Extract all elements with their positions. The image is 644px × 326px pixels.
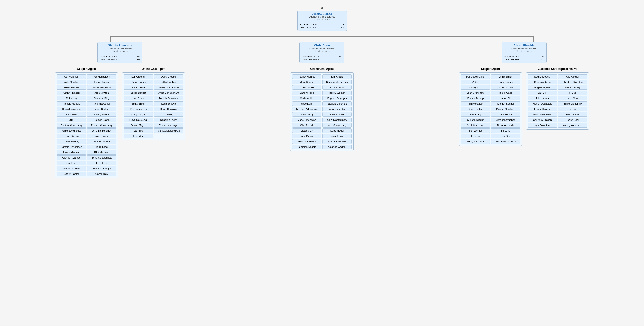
emp-blaire-cr: Blaire Crenshaw: [558, 101, 587, 106]
alison-groups: Support Agent Penelope Parker Ai Su Case…: [459, 67, 589, 146]
emp-john-c: John Crenshaw: [461, 91, 490, 95]
emp-josh: Josh Newton: [87, 91, 116, 95]
drop-center: [322, 36, 322, 42]
emp-courtney: Courtney Brogan: [528, 118, 557, 122]
root-name: Jessica Brando: [300, 12, 344, 15]
chris-section: Chris Dunn Call Center Supervisor Client…: [290, 42, 354, 151]
support-col2: Pat Mendelson Felicia Fraser Susan Fergu…: [87, 74, 116, 176]
emp-jim: Jim: [57, 118, 86, 122]
emp-ana: Ana Spiridonova: [322, 139, 352, 144]
emp-pamela-h: Pamela Henderson: [57, 145, 86, 149]
emp-darian: Darian Mayer: [124, 123, 153, 127]
chris-col2: Tom Chang Kaushik Mangrulkar Eliott Conk…: [322, 74, 352, 149]
emp-cathy: Cathy Plunkett: [57, 91, 86, 95]
emp-pat-k: Pat Kerler: [57, 112, 86, 117]
emp-christine-s: Christine Stockton: [558, 80, 587, 84]
emp-isaac-m: Isaac Meyler: [322, 128, 352, 133]
vert-line-root: [322, 31, 322, 36]
emp-anna-c: Anna Cunningham: [154, 91, 183, 95]
emp-gary-f: Gary Feeney: [491, 80, 520, 84]
chat-col1-glenda: Lori Greener Dana Farman Raj Chheda Jaco…: [124, 74, 153, 138]
emp-kaushik: Kaushik Mangrulkar: [322, 80, 352, 84]
chat-col2-glenda: Abby Greene Blythe Feinberg Valery Sudzi…: [154, 74, 183, 138]
emp-lori-g: Lori Greener: [124, 74, 153, 79]
h-line-row: [4, 36, 640, 37]
emp-kris: Kris Kendall: [558, 74, 587, 79]
customer-care-group: Customer Care Representative Ned McDouga…: [526, 67, 589, 130]
alison-vline: [524, 63, 524, 67]
care-col2: Kris Kendall Christine Stockton William …: [558, 74, 587, 127]
chris-vline: [322, 63, 322, 67]
emp-anne-bi: Anne Bi: [491, 96, 520, 100]
emp-felicia: Felicia Fraser: [87, 80, 116, 84]
emp-raj: Raj Chheda: [124, 85, 153, 90]
emp-ren: Ren Kong: [461, 112, 490, 117]
emp-dawn: Dawn Campion: [154, 107, 183, 111]
emp-jason: Jason Mendelson: [528, 112, 557, 117]
chris-card: Chris Dunn Call Center Supervisor Client…: [299, 42, 344, 63]
emp-anatoly: Anatoly Bessonov: [154, 96, 183, 100]
emp-manish-m: Manish Merchant: [491, 107, 520, 111]
emp-william: William Finley: [558, 85, 587, 90]
triangle-icon: [320, 7, 324, 9]
emp-rashmi-s: Rashmi Shah: [322, 112, 352, 117]
emp-rui: Rui Meng: [57, 96, 86, 100]
online-chat-group-glenda: Online Chat Agent Lori Greener Dana Farm…: [122, 67, 185, 140]
emp-mary-g: Mary Greene: [292, 80, 322, 84]
org-chart: Jessica Brando Director of Client Servic…: [0, 0, 644, 185]
glenda-name: Glenda Frampton: [100, 44, 140, 47]
emp-cameron: Cameron Rogers: [292, 145, 322, 149]
emp-clair: Clair Patrick: [292, 123, 322, 127]
emp-becky: Becky Werner: [322, 91, 352, 95]
glenda-dept: Client Services: [100, 50, 140, 52]
emp-smita-s: Smita Shroff: [124, 101, 153, 106]
glenda-card: Glenda Frampton Call Center Supervisor C…: [98, 42, 142, 63]
emp-ned-mc: Ned McDougal: [87, 101, 116, 106]
root-connector: [4, 31, 640, 36]
emp-rashmi-c: Rashmi Chaudhary: [87, 123, 116, 127]
root-card: Jessica Brando Director of Client Servic…: [297, 11, 347, 31]
emp-pat-m: Pat Mendelson: [87, 74, 116, 79]
emp-gautam: Gautam Chaudhary: [57, 123, 86, 127]
emp-carla-w: Carla Weller: [292, 96, 322, 100]
alison-support-col1: Penelope Parker Ai Su Casey Cox John Cre…: [461, 74, 490, 144]
emp-lori-b: Lori Black: [124, 96, 153, 100]
emp-larry: Larry Knight: [57, 161, 86, 165]
alison-stats: Span Of Control:20 Total Headcount:21: [504, 54, 544, 61]
emp-valery: Valery Sudzilouski: [154, 85, 183, 90]
emp-maria-t: Maria Timasheva: [292, 118, 322, 122]
chris-col1: Patrick Monroe Mary Greene Chris Cruise …: [292, 74, 322, 149]
alison-dept: Client Services: [504, 50, 544, 52]
emp-gary-finley: Gary Finley: [87, 172, 116, 176]
chris-name: Chris Dunn: [302, 44, 342, 47]
glenda-groups: Support Agent Jeet Merchant Smita Mercha…: [55, 67, 185, 178]
online-chat-group-chris: Online Chat Agent Patrick Monroe Mary Gr…: [290, 67, 354, 151]
emp-amanda-w: Amanda Wagner: [322, 145, 352, 149]
emp-eileen: Eileen Ferrera: [57, 85, 86, 90]
emp-francis-g: Francis Gorman: [57, 150, 86, 155]
emp-pamela-m: Pamela Mendle: [57, 101, 86, 106]
glenda-title: Call Center Supervisor: [100, 47, 140, 50]
emp-caroline: Caroline Lockhart: [87, 139, 116, 144]
emp-jeet: Jeet Merchant: [57, 74, 86, 79]
emp-roseline: Roseline Leger: [154, 118, 183, 122]
root-stats: Span Of Control: 3 Total Headcount: 145: [300, 22, 344, 29]
emp-jake: Jake Hefner: [528, 96, 557, 100]
emp-glen: Glen Jacobson: [528, 80, 557, 84]
emp-jody: Jody Kerler: [87, 107, 116, 111]
emp-anna-d: Anna Drobyn: [491, 85, 520, 90]
emp-isaac-d: Isaac Dunn: [292, 101, 322, 106]
online-chat-label-chris: Online Chat Agent: [310, 67, 334, 70]
emp-eliott-c: Eliott Conklin: [322, 85, 352, 90]
support-agent-group-alison: Support Agent Penelope Parker Ai Su Case…: [459, 67, 522, 146]
emp-cheryl-d: Cheryl Drake: [87, 112, 116, 117]
emp-amanda-w2: Amanda Wagner: [491, 118, 520, 122]
emp-patrick: Patrick Monroe: [292, 74, 322, 79]
emp-maria-a: Maria Allakhverdyan: [154, 128, 183, 133]
online-chat-grid-glenda: Lori Greener Dana Farman Raj Chheda Jaco…: [122, 72, 185, 140]
support-agent-group-1: Support Agent Jeet Merchant Smita Mercha…: [55, 67, 118, 178]
emp-simone: Simone Dufour: [461, 118, 490, 122]
emp-eliott-g: Eliott Garland: [87, 150, 116, 155]
emp-abby: Abby Greene: [154, 74, 183, 79]
emp-blaire-c: Blaire Cass: [491, 91, 520, 95]
